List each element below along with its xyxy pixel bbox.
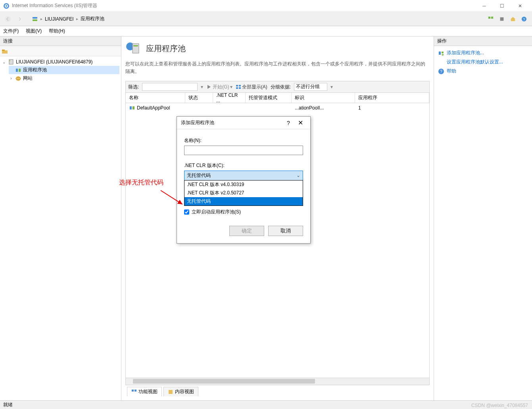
svg-rect-30 <box>169 390 173 394</box>
tree-sites-label: 网站 <box>23 75 33 82</box>
chevron-right-icon: ▸ <box>40 17 42 21</box>
breadcrumb-current[interactable]: 应用程序池 <box>81 15 104 22</box>
refresh-all-button[interactable] <box>486 14 496 24</box>
svg-rect-8 <box>500 17 504 21</box>
svg-rect-29 <box>134 390 136 392</box>
svg-rect-20 <box>133 44 139 53</box>
group-by-dropdown[interactable]: 不进行分组 <box>294 83 327 91</box>
tree-app-pools-label: 应用程序池 <box>23 67 47 73</box>
column-name[interactable]: 名称 <box>126 93 185 103</box>
tree-server-node[interactable]: ⌄ LIUJIANGFEI (LIUJIANGFEI\64879) <box>2 58 119 66</box>
clr-field-label: .NET CLR 版本(C): <box>184 162 303 169</box>
clr-version-select[interactable]: 无托管代码 ⌄ .NET CLR 版本 v4.0.30319 .NET CLR … <box>184 171 303 180</box>
start-immediately-row[interactable]: 立即启动应用程序池(S) <box>184 209 303 215</box>
action-set-defaults[interactable]: 设置应用程序池默认设置... <box>445 58 530 67</box>
connections-header: 连接 <box>0 36 121 46</box>
connections-panel: 连接 ⌄ LIUJIANGFEI (LIUJIANGFEI\64879) 应用程… <box>0 36 121 400</box>
connections-tree: ⌄ LIUJIANGFEI (LIUJIANGFEI\64879) 应用程序池 … <box>0 56 121 84</box>
cell-pipeline <box>246 107 292 109</box>
clr-option-nomanaged[interactable]: 无托管代码 <box>184 197 303 205</box>
page-title: 应用程序池 <box>146 43 186 54</box>
svg-rect-22 <box>236 85 238 86</box>
svg-rect-6 <box>488 16 490 18</box>
menu-file[interactable]: 文件(F) <box>3 28 19 35</box>
features-icon <box>131 389 137 395</box>
horizontal-scrollbar[interactable] <box>125 378 430 385</box>
name-field-label: 名称(N): <box>184 137 303 144</box>
cell-clr <box>213 107 246 109</box>
clr-option-v2[interactable]: .NET CLR 版本 v2.0.50727 <box>184 189 303 197</box>
tree-sites-node[interactable]: › 网站 <box>9 74 119 83</box>
features-view-tab[interactable]: 功能视图 <box>127 387 162 396</box>
svg-rect-16 <box>19 69 21 72</box>
chevron-right-icon: ▸ <box>76 17 78 21</box>
column-clr[interactable]: .NET CLR ... <box>213 93 246 103</box>
minimize-button[interactable]: ─ <box>475 0 493 12</box>
cancel-button[interactable]: 取消 <box>268 226 303 236</box>
name-input[interactable] <box>184 146 303 155</box>
group-dropdown-icon[interactable]: ▾ <box>330 84 333 90</box>
dialog-titlebar: 添加应用程序池 ? ✕ <box>177 117 310 129</box>
window-titlebar: Internet Information Services (IIS)管理器 ─… <box>0 0 532 12</box>
connect-icon[interactable] <box>2 48 8 54</box>
tree-app-pools-node[interactable]: 应用程序池 <box>9 66 119 74</box>
annotation-text: 选择无托管代码 <box>119 179 163 187</box>
svg-rect-12 <box>2 50 5 51</box>
view-tabs: 功能视图 内容视图 <box>125 387 430 396</box>
svg-point-17 <box>16 76 21 81</box>
column-status[interactable]: 状态 <box>185 93 213 103</box>
clr-option-v4[interactable]: .NET CLR 版本 v4.0.30319 <box>184 180 303 189</box>
status-text: 就绪 <box>3 401 13 408</box>
help-button[interactable]: ? <box>519 14 529 24</box>
help-icon: ? <box>438 68 444 75</box>
connections-toolbar <box>0 46 121 56</box>
clr-dropdown-list: .NET CLR 版本 v4.0.30319 .NET CLR 版本 v2.0.… <box>184 180 303 206</box>
filter-input[interactable] <box>142 83 198 91</box>
server-icon <box>8 59 14 65</box>
dialog-help-button[interactable]: ? <box>282 120 294 126</box>
svg-rect-23 <box>239 85 241 86</box>
close-button[interactable]: ✕ <box>511 0 529 12</box>
cell-status <box>185 107 213 109</box>
column-identity[interactable]: 标识 <box>292 93 355 103</box>
pool-icon <box>129 105 135 111</box>
svg-text:?: ? <box>440 69 442 74</box>
filter-toolbar: 筛选: ▾ 开始(G) ▾ 全部显示(A) 分组依据: 不进行分组 ▾ <box>125 81 430 93</box>
table-row[interactable]: DefaultAppPool ...ationPoolI... 1 <box>126 103 429 113</box>
content-view-tab[interactable]: 内容视图 <box>163 387 198 396</box>
ok-button[interactable]: 确定 <box>229 226 264 236</box>
cell-name: DefaultAppPool <box>137 105 170 111</box>
cell-apps: 1 <box>355 104 429 111</box>
start-button[interactable]: 开始(G) ▾ <box>206 84 232 90</box>
stop-button[interactable] <box>497 14 507 24</box>
maximize-button[interactable]: ☐ <box>493 0 511 12</box>
tree-server-label: LIUJIANGFEI (LIUJIANGFEI\64879) <box>16 59 92 65</box>
actions-header: 操作 <box>434 36 532 46</box>
cell-identity: ...ationPoolI... <box>292 104 355 111</box>
expand-icon[interactable]: › <box>9 76 13 81</box>
action-help[interactable]: ?帮助 <box>436 67 530 76</box>
action-add-pool[interactable]: 添加应用程序池... <box>436 48 530 58</box>
app-pool-icon <box>15 67 21 73</box>
filter-dropdown-icon[interactable]: ▾ <box>201 84 203 90</box>
menu-help[interactable]: 帮助(H) <box>49 28 65 35</box>
watermark: CSDN @weixin_47084557 <box>471 403 528 408</box>
column-pipeline[interactable]: 托管管道模式 <box>246 93 292 103</box>
breadcrumb-server[interactable]: LIUJIANGFEI <box>45 16 74 22</box>
menu-view[interactable]: 视图(V) <box>26 28 42 35</box>
svg-rect-26 <box>130 106 132 109</box>
collapse-icon[interactable]: ⌄ <box>2 60 6 64</box>
forward-button[interactable] <box>15 14 25 24</box>
home-button[interactable] <box>508 14 518 24</box>
svg-rect-4 <box>33 17 37 19</box>
svg-point-14 <box>10 60 10 61</box>
dialog-close-button[interactable]: ✕ <box>294 119 306 127</box>
column-apps[interactable]: 应用程序 <box>355 93 429 103</box>
svg-rect-27 <box>133 106 134 109</box>
table-header: 名称 状态 .NET CLR ... 托管管道模式 标识 应用程序 <box>125 93 430 103</box>
menu-bar: 文件(F) 视图(V) 帮助(H) <box>0 26 532 36</box>
add-app-pool-dialog: 添加应用程序池 ? ✕ 名称(N): .NET CLR 版本(C): 无托管代码… <box>177 116 311 244</box>
show-all-button[interactable]: 全部显示(A) <box>236 84 267 90</box>
start-immediately-checkbox[interactable] <box>184 209 189 215</box>
back-button[interactable] <box>3 14 13 24</box>
